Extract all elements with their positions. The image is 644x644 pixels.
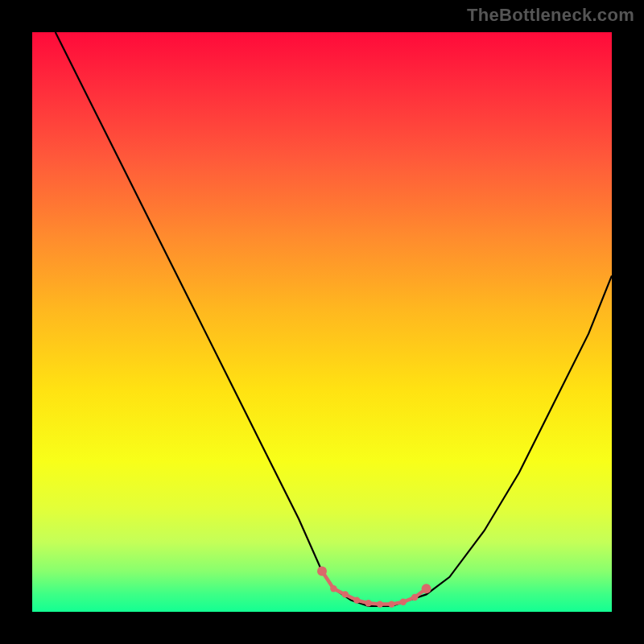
optimal-dot [353,597,360,603]
bottleneck-curve [56,32,612,606]
chart-svg [32,32,612,612]
optimal-dot [422,584,431,593]
optimal-dots-group [317,567,431,608]
optimal-dot [400,599,407,605]
watermark-text: TheBottleneck.com [467,5,634,26]
optimal-dot [330,585,336,592]
optimal-dot [411,594,418,601]
optimal-dot [377,601,383,607]
optimal-dot [388,601,394,607]
optimal-connector [322,572,427,605]
optimal-dot [365,600,371,606]
optimal-dot [317,567,327,576]
plot-area [32,32,612,612]
optimal-dot [342,591,349,597]
chart-frame: TheBottleneck.com [0,0,644,644]
